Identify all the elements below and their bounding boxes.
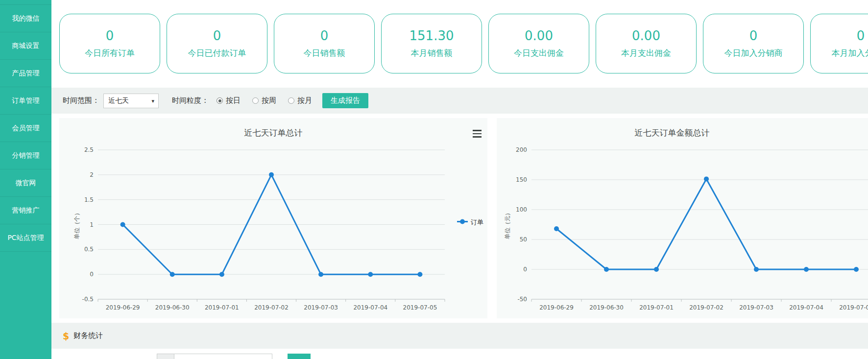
sidebar: 我的微信商城设置产品管理订单管理会员管理分销管理微官网营销推广PC站点管理 — [0, 0, 51, 359]
time-range-selected-value: 近七天 — [108, 96, 129, 105]
finance-section-title: 财务统计 — [73, 331, 103, 340]
sidebar-item-3[interactable]: 产品管理 — [0, 60, 51, 87]
stat-card-value: 0 — [857, 28, 865, 43]
legend-label: 订单 — [471, 218, 483, 226]
data-point[interactable] — [170, 272, 175, 277]
x-tick-label: 2019-07-01 — [639, 304, 674, 311]
data-point[interactable] — [121, 222, 125, 227]
stat-card-label: 今日销售额 — [304, 48, 345, 59]
y-tick-label: 50 — [520, 236, 527, 243]
stat-card-1: 0今日所有订单 — [59, 14, 160, 73]
time-range-label: 时间范围： — [63, 96, 99, 105]
granularity-radio-按月[interactable]: 按月 — [288, 96, 312, 105]
stat-card-label: 本月支出佣金 — [621, 48, 671, 59]
stat-card-label: 今日所有订单 — [85, 48, 135, 59]
data-point[interactable] — [368, 272, 373, 277]
radio-selected-icon[interactable] — [217, 97, 223, 104]
chart-menu-icon[interactable] — [473, 130, 482, 138]
time-range-select[interactable]: 近七天 ▾ — [103, 94, 159, 108]
y-axis-title: 单位（元） — [504, 210, 511, 239]
x-tick-label: 2019-07-04 — [789, 304, 823, 311]
y-tick-label: 0 — [90, 271, 94, 278]
stat-card-value: 0 — [749, 28, 758, 43]
granularity-radio-按周[interactable]: 按周 — [252, 96, 276, 105]
sidebar-item-7[interactable]: 微官网 — [0, 169, 51, 197]
radio-label: 按日 — [226, 96, 241, 105]
data-point[interactable] — [754, 267, 759, 272]
x-tick-label: 2019-06-30 — [155, 304, 190, 311]
filter-bar: 时间范围： 近七天 ▾ 时间粒度： 按日按周按月 生成报告 — [51, 88, 868, 114]
orders-line-chart: 近七天订单总计2.521.510.50-0.52019-06-292019-06… — [59, 118, 487, 318]
stat-card-4: 151.30本月销售额 — [381, 14, 482, 73]
y-tick-label: 0.5 — [84, 246, 94, 253]
y-tick-label: 2 — [90, 171, 94, 178]
order-amount-line-chart: 近七天订单金额总计200150100500-502019-06-292019-0… — [497, 118, 868, 318]
x-tick-label: 2019-07-03 — [739, 304, 773, 311]
stat-card-2: 0今日已付款订单 — [167, 14, 267, 73]
sidebar-item-8[interactable]: 营销推广 — [0, 197, 51, 224]
stat-card-label: 今日支出佣金 — [514, 48, 564, 59]
data-point[interactable] — [704, 176, 709, 181]
sidebar-item-2[interactable]: 商城设置 — [0, 32, 51, 60]
x-tick-label: 2019-07-05 — [403, 304, 437, 311]
finance-section-header: $ 财务统计 — [51, 323, 868, 349]
sidebar-item-4[interactable]: 订单管理 — [0, 87, 51, 115]
data-point[interactable] — [804, 267, 809, 272]
series-line — [556, 179, 856, 269]
sidebar-item-1[interactable]: 我的微信 — [0, 5, 51, 32]
data-point[interactable] — [269, 172, 274, 177]
stat-card-value: 0 — [213, 28, 221, 43]
stat-card-8: 0本月加入分销商 — [810, 14, 868, 73]
radio-unselected-icon[interactable] — [288, 97, 294, 104]
x-tick-label: 2019-07-02 — [254, 304, 289, 311]
generate-report-button[interactable]: 生成报告 — [322, 93, 368, 108]
x-tick-label: 2019-07-05 — [839, 304, 868, 311]
y-tick-label: 200 — [516, 146, 527, 153]
y-tick-label: 100 — [516, 206, 527, 213]
chart-title: 近七天订单金额总计 — [635, 128, 710, 138]
finance-search-input-group — [157, 354, 272, 359]
stat-card-label: 今日加入分销商 — [724, 48, 783, 59]
stat-card-3: 0今日销售额 — [274, 14, 375, 73]
finance-search-button[interactable] — [288, 354, 311, 359]
order-amount-chart-panel: 近七天订单金额总计200150100500-502019-06-292019-0… — [497, 118, 868, 318]
sidebar-item-9[interactable]: PC站点管理 — [0, 224, 51, 252]
stat-card-label: 今日已付款订单 — [188, 48, 246, 59]
stat-cards-row: 0今日所有订单0今日已付款订单0今日销售额151.30本月销售额0.00今日支出… — [59, 14, 868, 73]
y-tick-label: 1 — [90, 221, 94, 228]
data-point[interactable] — [417, 272, 422, 277]
stat-card-label: 本月加入分销商 — [832, 48, 868, 59]
data-point[interactable] — [318, 272, 323, 277]
sidebar-item-5[interactable]: 会员管理 — [0, 115, 51, 142]
radio-unselected-icon[interactable] — [252, 97, 259, 104]
orders-chart-panel: 近七天订单总计2.521.510.50-0.52019-06-292019-06… — [59, 118, 487, 318]
legend-item[interactable]: 订单 — [457, 218, 483, 226]
finance-search-input[interactable] — [174, 354, 272, 359]
y-tick-label: 0 — [523, 266, 527, 273]
x-tick-label: 2019-06-29 — [539, 304, 574, 311]
stat-card-value: 0 — [320, 28, 329, 43]
y-tick-label: -0.5 — [82, 296, 94, 303]
stat-card-6: 0.00本月支出佣金 — [596, 14, 697, 73]
stat-card-7: 0今日加入分销商 — [703, 14, 804, 73]
y-tick-label: 2.5 — [84, 146, 94, 153]
data-point[interactable] — [854, 267, 859, 272]
y-tick-label: 150 — [516, 176, 527, 183]
y-tick-label: 1.5 — [84, 196, 94, 203]
sidebar-item-6[interactable]: 分销管理 — [0, 142, 51, 169]
dollar-icon: $ — [63, 331, 69, 341]
stat-card-5: 0.00今日支出佣金 — [488, 14, 589, 73]
data-point[interactable] — [604, 267, 609, 272]
data-point[interactable] — [654, 267, 659, 272]
data-point[interactable] — [554, 226, 559, 231]
y-axis-title: 单位（个） — [73, 210, 80, 239]
stat-card-value: 0.00 — [632, 28, 660, 43]
stat-card-label: 本月销售额 — [411, 48, 453, 59]
y-tick-label: -50 — [517, 296, 527, 303]
x-tick-label: 2019-07-03 — [304, 304, 338, 311]
x-tick-label: 2019-06-30 — [589, 304, 624, 311]
stat-card-value: 0 — [106, 28, 114, 43]
granularity-radio-按日[interactable]: 按日 — [217, 96, 241, 105]
legend-dot-marker — [460, 219, 465, 224]
data-point[interactable] — [219, 272, 224, 277]
